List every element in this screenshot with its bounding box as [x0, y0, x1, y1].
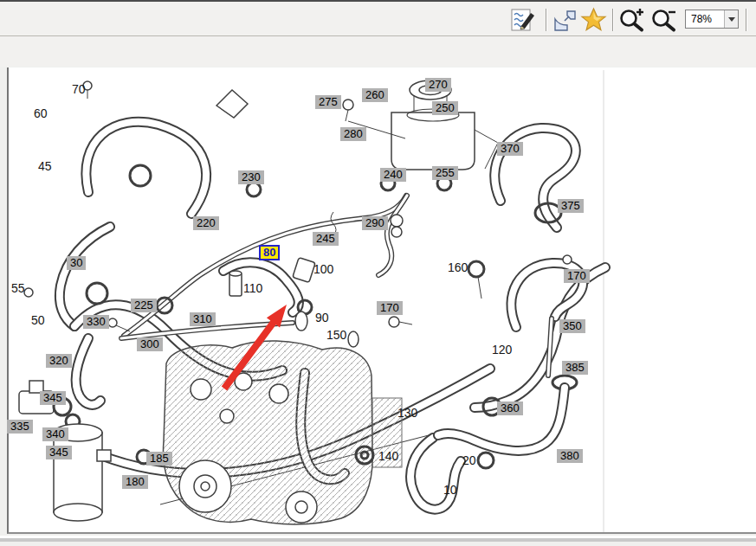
annotation-icon[interactable]: [510, 7, 536, 36]
part-label-170[interactable]: 170: [564, 269, 590, 283]
toolbar: 78%: [0, 2, 756, 36]
chevron-down-icon: [728, 17, 735, 22]
part-label-230[interactable]: 230: [238, 170, 264, 184]
resize-icon[interactable]: [552, 9, 576, 35]
zoom-in-icon[interactable]: [618, 7, 647, 36]
part-label-350[interactable]: 350: [559, 319, 585, 333]
part-label-240[interactable]: 240: [380, 168, 406, 182]
part-label-370[interactable]: 370: [497, 142, 523, 156]
part-label-320[interactable]: 320: [46, 354, 72, 368]
page-navigation-bar: 12345 3 / 5 B20175: [0, 36, 756, 67]
part-label-110[interactable]: 110: [243, 281, 262, 295]
part-label-380[interactable]: 380: [557, 449, 583, 463]
part-label-100[interactable]: 100: [313, 262, 333, 276]
part-label-170[interactable]: 170: [377, 301, 403, 315]
favorite-icon[interactable]: [580, 7, 607, 37]
part-label-250[interactable]: 250: [432, 101, 458, 115]
part-label-220[interactable]: 220: [193, 216, 219, 230]
part-label-10[interactable]: 10: [443, 483, 457, 497]
part-label-55[interactable]: 55: [11, 281, 25, 295]
part-label-280[interactable]: 280: [340, 127, 366, 141]
part-label-45[interactable]: 45: [38, 159, 52, 173]
part-label-375[interactable]: 375: [558, 199, 584, 213]
part-label-340[interactable]: 340: [42, 427, 68, 441]
part-label-130[interactable]: 130: [397, 406, 417, 420]
part-label-245[interactable]: 245: [313, 232, 339, 246]
part-label-80[interactable]: 80: [259, 245, 280, 260]
part-label-90[interactable]: 90: [315, 311, 329, 324]
part-label-20[interactable]: 20: [462, 453, 476, 467]
part-label-260[interactable]: 260: [362, 88, 388, 102]
zoom-level-value: 78%: [686, 13, 724, 25]
part-label-60[interactable]: 60: [34, 106, 48, 120]
toolbar-separator: [546, 9, 547, 31]
part-label-290[interactable]: 290: [362, 216, 388, 230]
toolbar-separator: [612, 9, 614, 31]
part-label-270[interactable]: 270: [425, 78, 451, 92]
zoom-out-icon[interactable]: [650, 7, 679, 36]
part-label-330[interactable]: 330: [83, 315, 109, 329]
part-label-360[interactable]: 360: [497, 401, 523, 415]
part-label-70[interactable]: 70: [72, 82, 86, 96]
part-label-160[interactable]: 160: [448, 260, 468, 274]
bottom-scroll-band[interactable]: [0, 538, 756, 542]
toolbar-separator: [746, 9, 747, 31]
parts-catalog-window: 78% 12345 3 / 5 B20175: [0, 0, 756, 546]
part-label-50[interactable]: 50: [31, 313, 45, 327]
part-label-345[interactable]: 345: [40, 391, 66, 405]
part-label-150[interactable]: 150: [326, 328, 346, 342]
part-label-335[interactable]: 335: [7, 420, 33, 434]
part-label-225[interactable]: 225: [131, 299, 157, 312]
part-label-180[interactable]: 180: [122, 475, 148, 489]
part-label-140[interactable]: 140: [378, 449, 398, 463]
part-label-185[interactable]: 185: [146, 452, 172, 466]
part-label-345[interactable]: 345: [46, 446, 72, 459]
part-label-310[interactable]: 310: [190, 312, 216, 326]
zoom-dropdown-button[interactable]: [724, 10, 738, 28]
part-label-385[interactable]: 385: [562, 361, 588, 375]
zoom-level-select[interactable]: 78%: [685, 10, 739, 29]
part-label-120[interactable]: 120: [492, 343, 512, 357]
part-label-275[interactable]: 275: [315, 95, 341, 109]
part-label-30[interactable]: 30: [67, 256, 86, 270]
part-label-300[interactable]: 300: [137, 337, 163, 351]
part-label-255[interactable]: 255: [432, 166, 458, 180]
